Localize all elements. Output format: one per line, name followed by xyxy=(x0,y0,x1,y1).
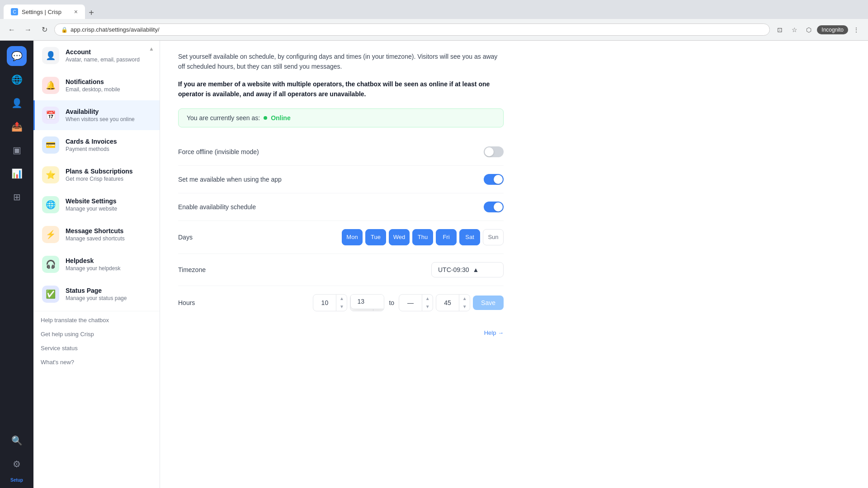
timezone-row: Timezone UTC-09:30 ▲ xyxy=(178,254,504,286)
settings-sidebar: ▲ 👤 Account Avatar, name, email, passwor… xyxy=(33,41,160,488)
address-bar[interactable]: 🔒 app.crisp.chat/settings/availability/ xyxy=(54,23,770,36)
website-icon: 🌐 xyxy=(42,196,59,213)
plans-icon: ⭐ xyxy=(42,166,59,183)
end-minute-up[interactable]: ▲ xyxy=(459,295,470,303)
helpdesk-title: Helpdesk xyxy=(66,257,120,264)
day-sun[interactable]: Sun xyxy=(483,229,504,245)
incognito-badge: Incognito xyxy=(817,25,848,34)
website-title: Website Settings xyxy=(66,197,117,205)
days-label: Days xyxy=(178,234,193,241)
sidebar-item-notifications[interactable]: 🔔 Notifications Email, desktop, mobile xyxy=(33,70,160,100)
rail-chat-icon[interactable]: 💬 xyxy=(7,46,27,66)
plans-subtitle: Get more Crisp features xyxy=(66,176,133,182)
force-offline-row: Force offline (invisible mode) xyxy=(178,138,504,166)
minute-dropdown[interactable]: 09 10 11 12 13 xyxy=(350,294,384,309)
service-status-link[interactable]: Service status xyxy=(33,341,160,355)
rail-person-icon[interactable]: 👤 xyxy=(7,93,27,113)
rail-search-icon[interactable]: 🔍 xyxy=(7,431,27,450)
timezone-value: UTC-09:30 xyxy=(438,266,469,273)
force-offline-toggle[interactable] xyxy=(484,146,504,157)
rail-layers-icon[interactable]: ▣ xyxy=(7,140,27,160)
bookmark-icon[interactable]: ☆ xyxy=(788,23,801,36)
plans-title: Plans & Subscriptions xyxy=(66,168,133,175)
day-mon[interactable]: Mon xyxy=(342,229,363,245)
sidebar-item-cards[interactable]: 💳 Cards & Invoices Payment methods xyxy=(33,130,160,160)
available-app-label: Set me available when using the app xyxy=(178,176,282,183)
timezone-select[interactable]: UTC-09:30 ▲ xyxy=(431,262,504,277)
tab-close-button[interactable]: × xyxy=(74,8,78,15)
rail-gear-icon[interactable]: ⚙ xyxy=(7,454,27,474)
sidebar-item-helpdesk[interactable]: 🎧 Helpdesk Manage your helpdesk xyxy=(33,249,160,279)
translate-link[interactable]: Help translate the chatbox xyxy=(33,313,160,327)
start-hour-up[interactable]: ▲ xyxy=(336,295,347,303)
info-bold: If you are member of a website with mult… xyxy=(178,79,504,99)
start-hour-input: 10 ▲ ▼ xyxy=(313,294,347,311)
days-buttons: Mon Tue Wed Thu Fri Sat Sun xyxy=(342,229,504,245)
timezone-label: Timezone xyxy=(178,266,206,273)
get-help-link[interactable]: Get help using Crisp xyxy=(33,327,160,341)
rail-send-icon[interactable]: 📤 xyxy=(7,117,27,136)
tab-favicon: C xyxy=(11,8,18,15)
start-minute-input: 30 ▲ ▼ 09 10 11 12 13 xyxy=(350,294,384,311)
rail-grid-icon[interactable]: ⊞ xyxy=(7,187,27,207)
tab-bar: C Settings | Crisp × + xyxy=(0,0,868,19)
sidebar-item-availability[interactable]: 📅 Availability When visitors see you onl… xyxy=(33,100,160,130)
menu-icon[interactable]: ⋮ xyxy=(850,23,863,36)
available-app-toggle[interactable] xyxy=(484,174,504,185)
days-row: Days Mon Tue Wed Thu Fri Sat Sun xyxy=(178,221,504,254)
start-hour-arrows: ▲ ▼ xyxy=(336,295,347,311)
end-minute-value: 45 xyxy=(436,296,459,310)
nav-bar: ← → ↻ 🔒 app.crisp.chat/settings/availabi… xyxy=(0,19,868,41)
lock-icon: 🔒 xyxy=(61,27,68,33)
end-minute-input: 45 ▲ ▼ xyxy=(436,294,470,311)
extensions-icon[interactable]: ⬡ xyxy=(802,23,815,36)
start-hour-down[interactable]: ▼ xyxy=(336,303,347,311)
day-tue[interactable]: Tue xyxy=(365,229,386,245)
end-hour-value: — xyxy=(399,296,422,310)
schedule-row: Enable availability schedule xyxy=(178,193,504,221)
day-fri[interactable]: Fri xyxy=(436,229,457,245)
shortcuts-title: Message Shortcuts xyxy=(66,227,125,235)
back-button[interactable]: ← xyxy=(5,23,18,36)
availability-icon: 📅 xyxy=(42,107,59,124)
status-icon: ✅ xyxy=(42,286,59,303)
address-text: app.crisp.chat/settings/availability/ xyxy=(71,26,160,33)
helpdesk-icon: 🎧 xyxy=(42,256,59,273)
sidebar-item-plans[interactable]: ⭐ Plans & Subscriptions Get more Crisp f… xyxy=(33,160,160,190)
new-tab-button[interactable]: + xyxy=(85,6,98,19)
browser-chrome: C Settings | Crisp × + ← → ↻ 🔒 app.crisp… xyxy=(0,0,868,41)
sidebar-item-shortcuts[interactable]: ⚡ Message Shortcuts Manage saved shortcu… xyxy=(33,220,160,249)
cards-title: Cards & Invoices xyxy=(66,138,117,145)
day-thu[interactable]: Thu xyxy=(412,229,433,245)
content-inner: Set yourself available on schedule, by c… xyxy=(160,41,522,347)
sidebar-item-website[interactable]: 🌐 Website Settings Manage your website xyxy=(33,190,160,220)
end-hour-down[interactable]: ▼ xyxy=(422,303,433,311)
icon-rail: 💬 🌐 👤 📤 ▣ 📊 ⊞ 🔍 ⚙ Setup xyxy=(0,41,33,488)
status-banner: You are currently seen as: Online xyxy=(178,108,504,127)
setup-label: Setup xyxy=(10,478,23,483)
schedule-toggle[interactable] xyxy=(484,202,504,212)
cast-icon[interactable]: ⊡ xyxy=(774,23,786,36)
account-subtitle: Avatar, name, email, password xyxy=(66,56,140,63)
day-wed[interactable]: Wed xyxy=(389,229,410,245)
account-title: Account xyxy=(66,48,140,56)
sidebar-item-status[interactable]: ✅ Status Page Manage your status page xyxy=(33,279,160,309)
help-link[interactable]: Help → xyxy=(484,329,504,336)
sidebar-item-account[interactable]: 👤 Account Avatar, name, email, password xyxy=(33,41,160,70)
save-button[interactable]: Save xyxy=(473,296,504,310)
sidebar-scroll-up[interactable]: ▲ xyxy=(147,44,156,53)
whats-new-link[interactable]: What's new? xyxy=(33,355,160,369)
rail-globe-icon[interactable]: 🌐 xyxy=(7,70,27,89)
dropdown-item-13[interactable]: 13 xyxy=(351,294,384,309)
forward-button[interactable]: → xyxy=(22,23,34,36)
to-text: to xyxy=(387,299,396,306)
end-hour-up[interactable]: ▲ xyxy=(422,295,433,303)
active-tab[interactable]: C Settings | Crisp × xyxy=(4,5,85,19)
end-minute-down[interactable]: ▼ xyxy=(459,303,470,311)
rail-chart-icon[interactable]: 📊 xyxy=(7,164,27,183)
reload-button[interactable]: ↻ xyxy=(38,23,51,36)
available-app-row: Set me available when using the app xyxy=(178,166,504,193)
app-layout: 💬 🌐 👤 📤 ▣ 📊 ⊞ 🔍 ⚙ Setup ▲ 👤 Account Avat… xyxy=(0,41,868,488)
help-area: Help → xyxy=(178,319,504,337)
day-sat[interactable]: Sat xyxy=(459,229,480,245)
